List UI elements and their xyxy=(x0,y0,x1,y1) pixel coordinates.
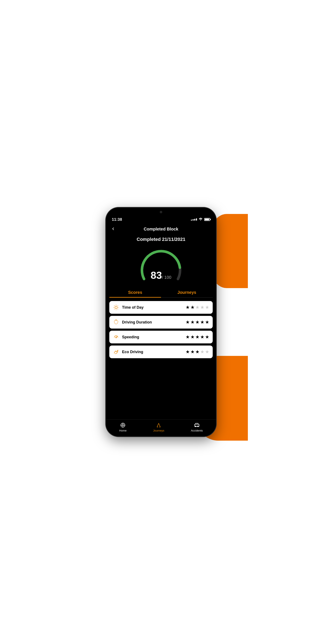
speeding-icon xyxy=(113,334,120,340)
score-label-speeding: Speeding xyxy=(122,335,183,339)
score-item-speeding[interactable]: Speeding ★ ★ ★ ★ ★ xyxy=(109,331,213,344)
header-title: Completed Block xyxy=(119,227,203,232)
wifi-icon xyxy=(199,218,202,222)
tab-journeys[interactable]: Journeys xyxy=(161,288,213,298)
stars-time-of-day: ★ ★ ★ ★ ★ xyxy=(186,305,209,310)
score-item-eco-driving[interactable]: Eco Driving ★ ★ ★ ★ ★ xyxy=(109,346,213,358)
time-of-day-icon xyxy=(113,304,120,311)
accidents-icon xyxy=(194,422,200,428)
svg-line-4 xyxy=(114,306,114,306)
status-icons xyxy=(191,218,210,222)
score-item-driving-duration[interactable]: Driving Duration ★ ★ ★ ★ ★ xyxy=(109,316,213,328)
app-header: Completed Block xyxy=(106,223,216,235)
status-time: 11:38 xyxy=(112,217,122,222)
camera xyxy=(160,211,162,213)
phone-frame: 11:38 xyxy=(106,208,216,436)
nav-label-journeys: Journeys xyxy=(153,429,164,432)
svg-line-11 xyxy=(116,336,118,338)
svg-point-1 xyxy=(115,306,117,309)
nav-label-accidents: Accidents xyxy=(191,429,203,432)
score-label-time-of-day: Time of Day xyxy=(122,305,183,310)
signal-icon xyxy=(191,218,197,220)
gauge-container: 83/ 100 xyxy=(106,246,216,288)
app-content: Completed Block Completed 21/11/2021 xyxy=(106,223,216,436)
status-bar: 11:38 xyxy=(106,216,216,223)
page-wrapper: 11:38 xyxy=(80,161,242,483)
nav-label-home: Home xyxy=(119,429,127,432)
tabs: Scores Journeys xyxy=(109,288,213,298)
score-max: / 100 xyxy=(162,275,171,280)
journeys-icon xyxy=(156,422,162,428)
gauge-score: 83/ 100 xyxy=(150,270,172,281)
score-value: 83 xyxy=(150,270,162,281)
svg-line-9 xyxy=(118,306,118,306)
nav-item-journeys[interactable]: Journeys xyxy=(153,422,164,432)
stars-driving-duration: ★ ★ ★ ★ ★ xyxy=(186,320,209,325)
score-label-eco-driving: Eco Driving xyxy=(122,350,183,354)
back-button[interactable] xyxy=(111,226,119,232)
score-gauge: 83/ 100 xyxy=(138,247,184,283)
stars-eco-driving: ★ ★ ★ ★ ★ xyxy=(186,349,209,354)
score-label-driving-duration: Driving Duration xyxy=(122,320,183,324)
nav-item-accidents[interactable]: Accidents xyxy=(191,422,203,432)
notch-bar xyxy=(106,208,216,216)
score-item-time-of-day[interactable]: Time of Day ★ ★ ★ ★ ★ xyxy=(109,301,213,314)
score-list: Time of Day ★ ★ ★ ★ ★ xyxy=(106,298,216,420)
gauge-svg xyxy=(138,243,184,290)
stars-speeding: ★ ★ ★ ★ ★ xyxy=(186,334,209,340)
svg-point-0 xyxy=(200,220,201,220)
eco-driving-icon xyxy=(113,348,120,355)
svg-point-22 xyxy=(198,426,198,427)
nav-item-home[interactable]: Home xyxy=(119,422,127,432)
home-icon xyxy=(120,422,126,428)
driving-duration-icon xyxy=(113,319,120,326)
svg-line-8 xyxy=(114,309,114,309)
battery-icon xyxy=(204,218,210,221)
svg-line-5 xyxy=(118,309,118,309)
bottom-nav: Home Journeys xyxy=(106,420,216,436)
svg-point-21 xyxy=(195,426,196,427)
tab-scores[interactable]: Scores xyxy=(109,288,161,298)
